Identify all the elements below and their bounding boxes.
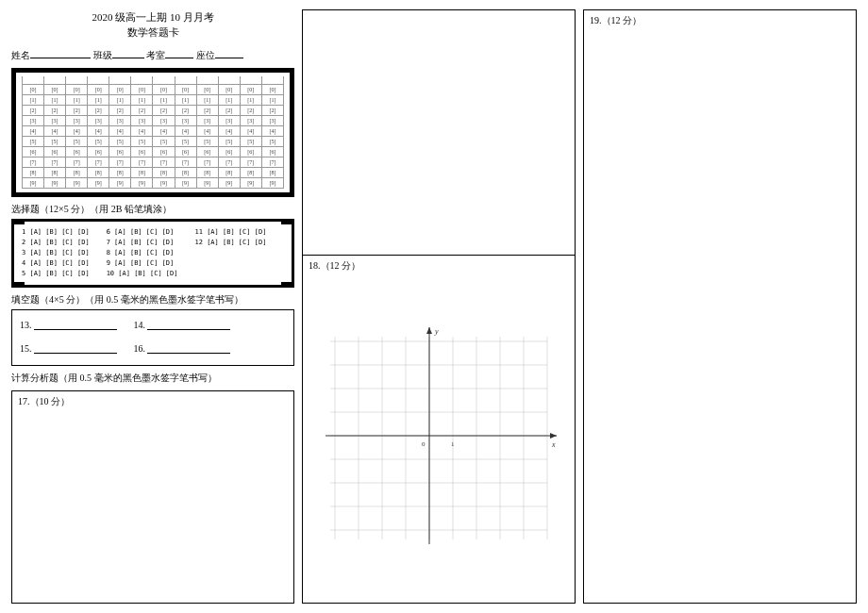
mc-row[interactable]: 5 [A] [B] [C] [D] bbox=[22, 269, 90, 279]
mc-row[interactable]: 10 [A] [B] [C] [D] bbox=[107, 269, 178, 279]
omr-bubble[interactable]: [7] bbox=[153, 157, 175, 167]
omr-bubble[interactable]: [2] bbox=[131, 105, 153, 115]
omr-bubble[interactable]: [9] bbox=[66, 177, 88, 188]
mc-row[interactable]: 3 [A] [B] [C] [D] bbox=[22, 248, 90, 258]
omr-bubble[interactable]: [0] bbox=[218, 84, 240, 94]
omr-bubble[interactable]: [6] bbox=[88, 146, 109, 157]
omr-bubble[interactable]: [1] bbox=[218, 94, 240, 105]
omr-bubble[interactable]: [7] bbox=[88, 157, 109, 167]
omr-bubble[interactable]: [3] bbox=[44, 115, 66, 125]
omr-bubble[interactable]: [0] bbox=[109, 84, 131, 94]
omr-bubble[interactable]: [9] bbox=[218, 177, 240, 188]
omr-bubble[interactable]: [0] bbox=[240, 84, 261, 94]
omr-bubble[interactable]: [6] bbox=[44, 146, 66, 157]
omr-bubble[interactable]: [2] bbox=[109, 105, 131, 115]
omr-bubble[interactable]: [3] bbox=[261, 115, 283, 125]
omr-bubble[interactable]: [5] bbox=[196, 136, 218, 146]
omr-bubble[interactable]: [3] bbox=[131, 115, 153, 125]
omr-bubble[interactable]: [1] bbox=[44, 94, 66, 105]
omr-bubble[interactable]: [2] bbox=[261, 105, 283, 115]
blank-name[interactable] bbox=[30, 49, 91, 58]
omr-bubble[interactable]: [3] bbox=[23, 115, 44, 125]
omr-bubble[interactable]: [6] bbox=[196, 146, 218, 157]
omr-bubble[interactable]: [0] bbox=[23, 84, 44, 94]
omr-bubble[interactable]: [3] bbox=[109, 115, 131, 125]
omr-bubble[interactable]: [5] bbox=[109, 136, 131, 146]
omr-bubble[interactable]: [8] bbox=[23, 167, 44, 177]
omr-bubble[interactable]: [1] bbox=[261, 94, 283, 105]
mc-bubble-box[interactable]: 1 [A] [B] [C] [D]2 [A] [B] [C] [D]3 [A] … bbox=[11, 219, 294, 288]
omr-bubble[interactable]: [9] bbox=[196, 177, 218, 188]
omr-bubble[interactable]: [2] bbox=[218, 105, 240, 115]
omr-bubble[interactable]: [8] bbox=[261, 167, 283, 177]
mc-row[interactable]: 7 [A] [B] [C] [D] bbox=[107, 238, 178, 248]
omr-bubble[interactable]: [3] bbox=[196, 115, 218, 125]
omr-bubble[interactable]: [0] bbox=[66, 84, 88, 94]
omr-bubble[interactable]: [0] bbox=[196, 84, 218, 94]
omr-bubble[interactable]: [8] bbox=[88, 167, 109, 177]
omr-bubble[interactable]: [1] bbox=[66, 94, 88, 105]
omr-bubble[interactable]: [2] bbox=[175, 105, 196, 115]
omr-bubble[interactable]: [2] bbox=[66, 105, 88, 115]
omr-bubble[interactable]: [9] bbox=[131, 177, 153, 188]
omr-bubble[interactable]: [4] bbox=[23, 125, 44, 136]
omr-bubble[interactable]: [3] bbox=[153, 115, 175, 125]
omr-bubble[interactable]: [0] bbox=[153, 84, 175, 94]
omr-bubble[interactable]: [0] bbox=[88, 84, 109, 94]
omr-bubble[interactable]: [0] bbox=[44, 84, 66, 94]
omr-bubble[interactable]: [3] bbox=[88, 115, 109, 125]
omr-bubble[interactable]: [0] bbox=[261, 84, 283, 94]
mc-row[interactable]: 6 [A] [B] [C] [D] bbox=[107, 227, 178, 238]
omr-bubble[interactable]: [0] bbox=[131, 84, 153, 94]
omr-bubble[interactable]: [3] bbox=[240, 115, 261, 125]
mc-row[interactable]: 2 [A] [B] [C] [D] bbox=[22, 238, 90, 248]
omr-bubble[interactable]: [4] bbox=[175, 125, 196, 136]
omr-bubble[interactable]: [5] bbox=[218, 136, 240, 146]
omr-bubble[interactable]: [6] bbox=[153, 146, 175, 157]
omr-bubble[interactable]: [9] bbox=[175, 177, 196, 188]
omr-bubble[interactable]: [5] bbox=[261, 136, 283, 146]
omr-bubble[interactable]: [8] bbox=[131, 167, 153, 177]
omr-bubble[interactable]: [6] bbox=[23, 146, 44, 157]
mc-row[interactable]: 8 [A] [B] [C] [D] bbox=[107, 248, 178, 258]
omr-bubble[interactable]: [1] bbox=[88, 94, 109, 105]
omr-bubble[interactable]: [8] bbox=[240, 167, 261, 177]
omr-bubble[interactable]: [7] bbox=[66, 157, 88, 167]
omr-bubble[interactable]: [0] bbox=[175, 84, 196, 94]
omr-bubble[interactable]: [8] bbox=[109, 167, 131, 177]
omr-bubble[interactable]: [9] bbox=[109, 177, 131, 188]
omr-bubble[interactable]: [7] bbox=[240, 157, 261, 167]
mc-row[interactable]: 11 [A] [B] [C] [D] bbox=[195, 227, 267, 238]
omr-bubble[interactable]: [1] bbox=[153, 94, 175, 105]
omr-bubble[interactable]: [8] bbox=[196, 167, 218, 177]
mid-top-blank-area[interactable] bbox=[303, 10, 575, 256]
omr-bubble[interactable]: [5] bbox=[153, 136, 175, 146]
omr-bubble[interactable]: [9] bbox=[23, 177, 44, 188]
omr-bubble[interactable]: [7] bbox=[261, 157, 283, 167]
omr-bubble[interactable]: [7] bbox=[196, 157, 218, 167]
omr-bubble[interactable]: [1] bbox=[196, 94, 218, 105]
omr-bubble[interactable]: [4] bbox=[261, 125, 283, 136]
fill-blank-15[interactable] bbox=[34, 344, 117, 354]
omr-bubble[interactable]: [8] bbox=[153, 167, 175, 177]
omr-bubble[interactable]: [4] bbox=[240, 125, 261, 136]
fill-blank-16[interactable] bbox=[147, 344, 230, 354]
omr-bubble[interactable]: [4] bbox=[218, 125, 240, 136]
omr-bubble[interactable]: [5] bbox=[66, 136, 88, 146]
omr-bubble[interactable]: [9] bbox=[153, 177, 175, 188]
fill-blank-13[interactable] bbox=[34, 321, 117, 330]
q17-box[interactable]: 17.（10 分） bbox=[11, 390, 294, 605]
omr-bubble[interactable]: [1] bbox=[175, 94, 196, 105]
omr-bubble[interactable]: [7] bbox=[109, 157, 131, 167]
blank-class[interactable] bbox=[112, 49, 144, 58]
q18-box[interactable]: 18.（12 分） x y 0 1 bbox=[303, 256, 575, 603]
omr-bubble[interactable]: [5] bbox=[23, 136, 44, 146]
omr-bubble[interactable]: [9] bbox=[44, 177, 66, 188]
omr-bubble[interactable]: [4] bbox=[153, 125, 175, 136]
omr-bubble[interactable]: [2] bbox=[23, 105, 44, 115]
mc-row[interactable]: 12 [A] [B] [C] [D] bbox=[195, 238, 267, 248]
omr-bubble[interactable]: [7] bbox=[131, 157, 153, 167]
mc-row[interactable]: 1 [A] [B] [C] [D] bbox=[22, 227, 90, 238]
omr-bubble[interactable]: [3] bbox=[66, 115, 88, 125]
omr-bubble[interactable]: [2] bbox=[153, 105, 175, 115]
